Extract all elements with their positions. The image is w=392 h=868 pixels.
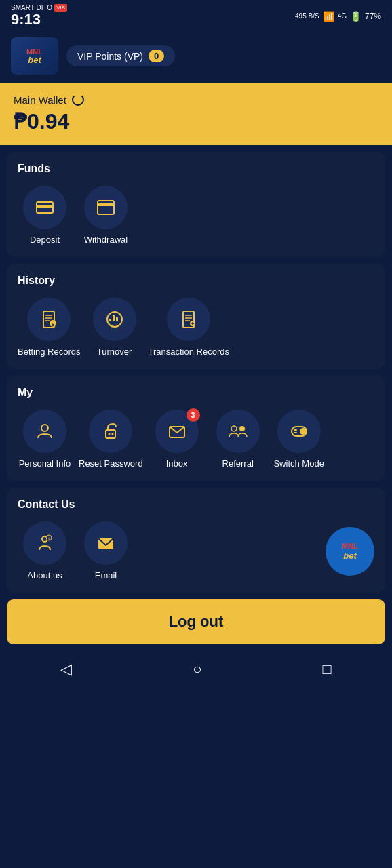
- signal-type: 4G: [338, 12, 347, 20]
- logo-line2: bet: [26, 56, 43, 64]
- switch-mode-icon: [288, 420, 310, 442]
- svg-rect-15: [116, 317, 118, 321]
- logout-button[interactable]: Log out: [7, 599, 385, 644]
- contact-grid: i About us Email MNL bet: [18, 521, 374, 582]
- carrier-badge: VIB: [54, 4, 67, 12]
- inbox-badge: 3: [187, 408, 200, 422]
- personal-info-label: Personal Info: [19, 458, 71, 470]
- email-icon: [95, 532, 117, 554]
- svg-text:$: $: [52, 322, 54, 328]
- vip-points-badge: VIP Points (VP) 0: [66, 45, 175, 66]
- svg-point-27: [112, 433, 114, 435]
- withdrawal-label: Withdrawal: [84, 235, 128, 246]
- svg-rect-1: [37, 205, 53, 208]
- svg-point-32: [300, 428, 307, 435]
- time-display: 9:13: [11, 12, 67, 28]
- deposit-icon: [34, 197, 56, 218]
- wallet-amount: ₱0.94: [14, 108, 378, 134]
- betting-records-icon: $: [38, 309, 60, 330]
- wallet-section: Main Wallet ₱0.94: [0, 83, 392, 145]
- referral-item[interactable]: Referral: [211, 410, 265, 470]
- turnover-item[interactable]: Turnover: [87, 298, 142, 358]
- svg-point-2: [39, 208, 42, 211]
- referral-icon: [227, 420, 249, 442]
- wallet-label: Main Wallet: [14, 94, 378, 106]
- turnover-icon-circle: [93, 298, 136, 341]
- switch-mode-icon-circle: [277, 410, 321, 453]
- funds-section: Funds Deposit Withdrawal: [7, 152, 385, 257]
- svg-rect-33: [294, 429, 297, 431]
- svg-point-24: [41, 425, 48, 431]
- history-section-title: History: [18, 275, 374, 287]
- deposit-item[interactable]: Deposit: [18, 186, 72, 246]
- vip-label: VIP Points (VP): [77, 51, 143, 62]
- my-section: My Personal Info Reset Password: [7, 376, 385, 481]
- status-left: SMART DITO VIB 9:13: [11, 4, 67, 28]
- vip-count: 0: [149, 50, 164, 62]
- app-header: MNL bet VIP Points (VP) 0: [0, 32, 392, 83]
- reset-password-label: Reset Password: [79, 458, 143, 470]
- turnover-icon: [104, 309, 125, 330]
- svg-point-26: [109, 433, 111, 435]
- svg-rect-4: [98, 203, 114, 206]
- bottom-nav: ◁ ○ □: [0, 651, 392, 689]
- reset-password-icon: [100, 420, 121, 442]
- deposit-label: Deposit: [30, 235, 60, 246]
- history-grid: $ Betting Records Turnover: [18, 298, 374, 358]
- my-section-title: My: [18, 387, 374, 399]
- reset-password-item[interactable]: Reset Password: [79, 410, 143, 470]
- svg-rect-25: [106, 430, 115, 438]
- referral-label: Referral: [222, 458, 254, 470]
- about-us-label: About us: [27, 570, 62, 582]
- svg-point-30: [239, 426, 245, 431]
- referral-icon-circle: [216, 410, 260, 453]
- status-right: 495 B/S 📶 4G 🔋 77%: [295, 11, 381, 22]
- betting-records-label: Betting Records: [18, 347, 81, 358]
- reset-password-icon-circle: [89, 410, 132, 453]
- transaction-records-item[interactable]: Transaction Records: [149, 298, 229, 358]
- svg-rect-14: [113, 315, 115, 321]
- svg-rect-16: [109, 319, 111, 321]
- about-us-icon: i: [34, 532, 56, 554]
- recent-apps-button[interactable]: □: [323, 660, 332, 678]
- contact-us-title: Contact Us: [18, 498, 374, 511]
- turnover-label: Turnover: [97, 347, 132, 358]
- transaction-records-icon-circle: [167, 298, 210, 341]
- personal-info-icon: [34, 420, 56, 442]
- email-label: Email: [95, 570, 117, 582]
- network-speed: 495 B/S: [295, 12, 319, 20]
- switch-mode-item[interactable]: Switch Mode: [272, 410, 326, 470]
- about-us-item[interactable]: i About us: [18, 521, 72, 582]
- floating-logo-container: MNL bet: [326, 527, 374, 576]
- about-us-icon-circle: i: [23, 521, 66, 565]
- withdrawal-icon: [95, 197, 117, 218]
- my-grid: Personal Info Reset Password 3: [18, 410, 374, 470]
- funds-grid: Deposit Withdrawal: [18, 186, 374, 246]
- signal-bars: 📶: [323, 11, 334, 22]
- transaction-records-label: Transaction Records: [149, 347, 229, 358]
- svg-point-29: [231, 426, 237, 431]
- withdrawal-item[interactable]: Withdrawal: [79, 186, 133, 246]
- funds-section-title: Funds: [18, 163, 374, 175]
- refresh-icon[interactable]: [72, 94, 84, 106]
- back-button[interactable]: ◁: [60, 660, 72, 678]
- betting-records-icon-circle: $: [27, 298, 71, 341]
- betting-records-item[interactable]: $ Betting Records: [18, 298, 81, 358]
- svg-rect-34: [294, 432, 297, 433]
- battery-level: 77%: [365, 12, 381, 21]
- svg-marker-6: [103, 207, 109, 210]
- switch-mode-label: Switch Mode: [273, 458, 324, 470]
- email-icon-circle: [84, 521, 128, 565]
- inbox-icon: [166, 420, 188, 442]
- email-item[interactable]: Email: [79, 521, 133, 582]
- app-logo: MNL bet: [11, 37, 58, 75]
- inbox-label: Inbox: [166, 458, 188, 470]
- inbox-item[interactable]: 3 Inbox: [150, 410, 204, 470]
- deposit-icon-circle: [23, 186, 66, 229]
- home-button[interactable]: ○: [193, 660, 201, 678]
- history-section: History $ Betting Records: [7, 264, 385, 369]
- battery-icon: 🔋: [350, 11, 361, 22]
- contact-us-section: Contact Us i About us Email: [7, 488, 385, 593]
- transaction-records-icon: [178, 309, 199, 330]
- personal-info-item[interactable]: Personal Info: [18, 410, 72, 470]
